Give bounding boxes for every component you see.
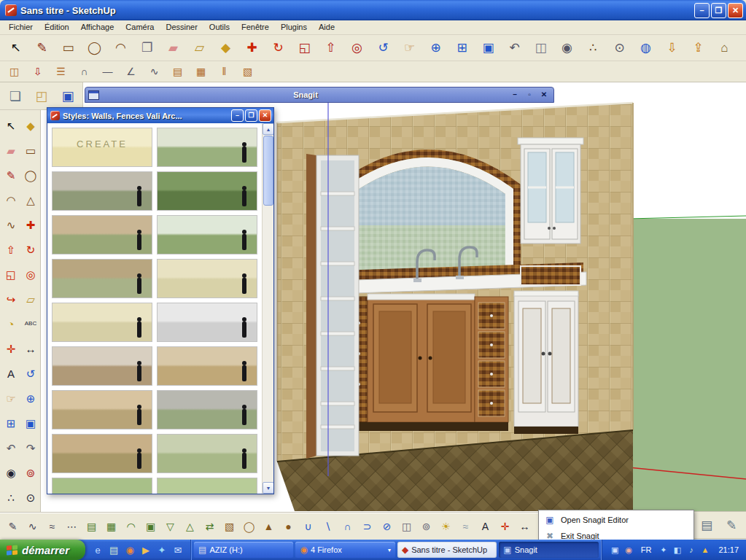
sandbox-scratch-icon[interactable]: ▦ bbox=[101, 516, 121, 537]
split-icon[interactable]: ⊘ bbox=[377, 516, 397, 537]
circle-icon[interactable]: ◯ bbox=[20, 163, 41, 187]
drape-icon[interactable]: ▽ bbox=[160, 516, 180, 537]
rotate-icon[interactable]: ↻ bbox=[265, 36, 291, 60]
zoom-extents-icon[interactable]: ▣ bbox=[20, 411, 41, 435]
sandbox-contours-icon[interactable]: ▤ bbox=[82, 516, 101, 537]
frame-tool-icon[interactable]: ▧ bbox=[236, 62, 259, 82]
select-icon[interactable]: ↖ bbox=[1, 113, 21, 138]
snagit-tray-icon[interactable]: ▣ bbox=[608, 541, 622, 559]
task-sketchup[interactable]: ◆ Sans titre - SketchUp bbox=[397, 542, 497, 558]
media-player-icon[interactable]: ▶ bbox=[138, 541, 154, 559]
position-camera-icon[interactable]: ⊚ bbox=[20, 460, 41, 485]
scroll-down-button[interactable]: ▼ bbox=[263, 482, 273, 494]
3d-text-icon[interactable]: A bbox=[1, 361, 21, 386]
offset-icon[interactable]: ◎ bbox=[344, 36, 370, 60]
stamp-icon[interactable]: ▣ bbox=[141, 516, 160, 537]
make-component-icon[interactable]: ❐ bbox=[134, 36, 160, 60]
style-grass-berm[interactable] bbox=[157, 478, 257, 494]
maximize-button[interactable]: ❐ bbox=[711, 3, 726, 18]
position-camera-icon[interactable]: ◉ bbox=[554, 36, 580, 60]
smoove-icon[interactable]: ◠ bbox=[121, 516, 141, 537]
outer-shell-icon[interactable]: ⊃ bbox=[357, 516, 377, 537]
eye-icon[interactable]: ◉ bbox=[1, 460, 21, 485]
orbit-icon[interactable]: ↺ bbox=[20, 361, 41, 386]
save-icon[interactable]: ▣ bbox=[55, 84, 81, 109]
flip-edge-icon[interactable]: ⇄ bbox=[200, 516, 219, 537]
shadows-icon[interactable]: ☀ bbox=[436, 516, 456, 537]
next-view-icon[interactable]: ↷ bbox=[20, 435, 41, 460]
fence-tool-icon[interactable]: ▦ bbox=[190, 62, 212, 82]
line-segment-icon[interactable]: ― bbox=[96, 62, 119, 82]
move-icon[interactable]: ✚ bbox=[239, 36, 265, 60]
box-primitive-icon[interactable]: ▧ bbox=[219, 516, 239, 537]
follow-me-icon[interactable]: ↪ bbox=[1, 287, 21, 311]
freehand-curve-icon[interactable]: ∿ bbox=[143, 62, 166, 82]
pyramid-primitive-icon[interactable]: ▲ bbox=[259, 516, 279, 537]
sphere-primitive-icon[interactable]: ● bbox=[279, 516, 298, 537]
axes-icon[interactable]: ✛ bbox=[1, 336, 21, 361]
push-pull-icon[interactable]: ⇧ bbox=[318, 36, 343, 60]
minimize-button[interactable]: – bbox=[231, 109, 244, 122]
styles-scrollbar[interactable]: ▲ ▼ bbox=[262, 123, 273, 494]
menu-edition[interactable]: Édition bbox=[39, 20, 75, 34]
dimensions-icon[interactable]: ↔ bbox=[515, 516, 535, 537]
cylinder-primitive-icon[interactable]: ◯ bbox=[239, 516, 259, 537]
task-aziz-drive[interactable]: ▤ AZIZ (H:) bbox=[194, 542, 293, 558]
arc-icon[interactable]: ◠ bbox=[1, 187, 21, 212]
grass-ground[interactable] bbox=[629, 216, 746, 513]
close-button[interactable]: ✕ bbox=[259, 109, 271, 122]
line-icon[interactable]: ✎ bbox=[1, 163, 21, 187]
style-brick-pillar-fence[interactable] bbox=[52, 346, 152, 386]
zoom-extents-icon[interactable]: ▣ bbox=[475, 36, 501, 60]
update-shield-icon[interactable]: ▲ bbox=[698, 541, 712, 559]
dimension-icon[interactable]: ↔ bbox=[20, 336, 41, 361]
door-tool-icon[interactable]: ◫ bbox=[3, 62, 26, 82]
eraser-icon[interactable]: ▰ bbox=[160, 36, 186, 60]
freehand-plus-icon[interactable]: ✎ bbox=[3, 516, 23, 537]
menu-fichier[interactable]: Fichier bbox=[3, 20, 39, 34]
snagit-printer-icon[interactable]: ▤ bbox=[695, 513, 718, 537]
minimize-button[interactable]: – bbox=[508, 89, 521, 101]
style-lattice-wall[interactable] bbox=[52, 390, 152, 429]
styles-titlebar[interactable]: Styles: Walls, Fences Vali Arc... – ❐ ✕ bbox=[47, 108, 273, 123]
snagit-pen-icon[interactable]: ✎ bbox=[720, 513, 743, 537]
scale-icon[interactable]: ◱ bbox=[1, 262, 21, 287]
network-tray-icon[interactable]: ◧ bbox=[670, 541, 684, 559]
menu-fenetre[interactable]: Fenêtre bbox=[236, 20, 275, 34]
previous-view-icon[interactable]: ↶ bbox=[502, 36, 527, 60]
protractor-icon[interactable]: ◔ bbox=[1, 311, 21, 336]
wall-tool-icon[interactable]: ▤ bbox=[166, 62, 189, 82]
style-rail-fence-field[interactable] bbox=[52, 303, 152, 342]
style-wood-privacy-fence[interactable] bbox=[52, 259, 152, 298]
shelving-unit[interactable] bbox=[306, 154, 359, 459]
menu-open-snagit-editor[interactable]: ▣ Open Snagit Editor bbox=[539, 512, 693, 528]
geo-location-icon[interactable]: ◍ bbox=[633, 36, 658, 60]
scroll-thumb[interactable] bbox=[263, 136, 273, 206]
circle-icon[interactable]: ◯ bbox=[82, 36, 107, 60]
bezier-curve-icon[interactable]: ∿ bbox=[23, 516, 42, 537]
roof-tool-icon[interactable]: ∩ bbox=[73, 62, 96, 82]
capture-tray-icon[interactable]: ◉ bbox=[622, 541, 636, 559]
zoom-icon[interactable]: ⊕ bbox=[423, 36, 448, 60]
section-plane-icon[interactable]: ◫ bbox=[528, 36, 553, 60]
text-icon[interactable]: ABC bbox=[20, 311, 41, 336]
section-plane-icon[interactable]: ◫ bbox=[397, 516, 416, 537]
sketchup-titlebar[interactable]: Sans titre - SketchUp – ❐ ✕ bbox=[0, 0, 746, 20]
zoom-window-icon[interactable]: ⊞ bbox=[1, 411, 21, 435]
show-desktop-icon[interactable]: ▤ bbox=[106, 541, 122, 559]
close-button[interactable]: ✕ bbox=[537, 89, 551, 101]
arched-mirror-window[interactable] bbox=[336, 149, 521, 279]
menu-dessiner[interactable]: Dessiner bbox=[160, 20, 203, 34]
orbit-icon[interactable]: ↺ bbox=[370, 36, 396, 60]
point-set-icon[interactable]: ⋯ bbox=[62, 516, 82, 537]
eraser-icon[interactable]: ▰ bbox=[1, 138, 21, 163]
style-stone-path-wall[interactable] bbox=[157, 346, 257, 386]
style-hedge-row[interactable] bbox=[52, 478, 152, 494]
minimize-button[interactable]: – bbox=[694, 3, 710, 18]
add-detail-icon[interactable]: △ bbox=[180, 516, 200, 537]
push-pull-icon[interactable]: ⇧ bbox=[1, 237, 21, 262]
walk-icon[interactable]: ∴ bbox=[580, 36, 606, 60]
previous-view-icon[interactable]: ↶ bbox=[1, 435, 21, 460]
polygon-icon[interactable]: △ bbox=[20, 187, 41, 212]
stairs-tool-icon[interactable]: ☰ bbox=[50, 62, 72, 82]
